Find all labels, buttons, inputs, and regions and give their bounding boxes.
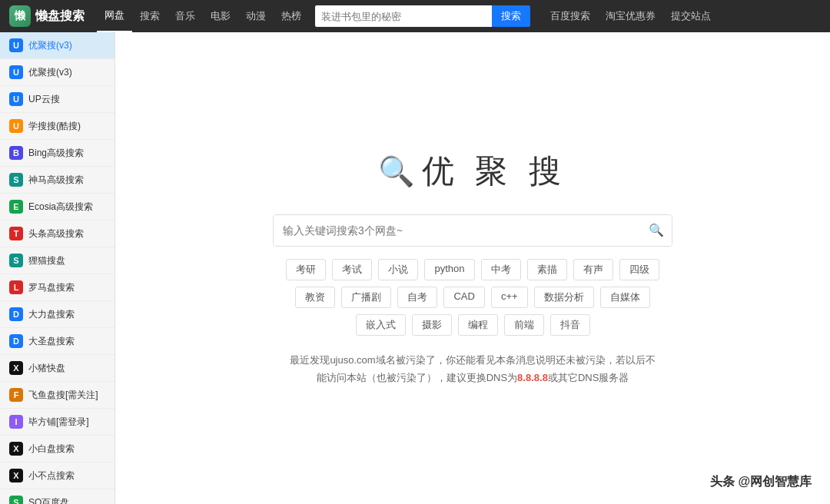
sidebar-item[interactable]: I毕方铺[需登录] <box>0 409 115 436</box>
extra-link[interactable]: 百度搜索 <box>543 0 598 32</box>
search-tag[interactable]: c++ <box>491 287 528 308</box>
nav-link-热榜[interactable]: 热榜 <box>274 0 309 32</box>
engine-logo-icon: 🔍 <box>378 154 414 188</box>
sidebar-badge: U <box>9 65 23 79</box>
top-search-input[interactable] <box>315 5 492 27</box>
engine-name: 优 聚 搜 <box>422 150 567 193</box>
sidebar-badge: S <box>9 496 23 504</box>
sidebar-item-label: Ecosia高级搜索 <box>28 201 93 214</box>
sidebar-item[interactable]: SSO百度盘 <box>0 489 115 504</box>
sidebar-badge: X <box>9 361 23 375</box>
sidebar-item-label: 飞鱼盘搜[需关注] <box>28 389 98 402</box>
sidebar-item[interactable]: D大力盘搜索 <box>0 301 115 328</box>
top-search-bar: 搜索 <box>315 5 530 27</box>
search-tag[interactable]: 有声 <box>573 259 613 280</box>
search-tag[interactable]: CAD <box>443 287 484 308</box>
search-tag[interactable]: 编程 <box>458 314 498 336</box>
sidebar-badge: E <box>9 200 23 214</box>
sidebar-item-label: 小不点搜索 <box>28 469 75 482</box>
logo-area: 懒 懒盘搜索 <box>9 5 85 27</box>
sidebar-item[interactable]: T头条高级搜索 <box>0 220 115 247</box>
search-tag[interactable]: 抖音 <box>550 314 590 336</box>
sidebar-item[interactable]: U优聚搜(v3) <box>0 59 115 86</box>
notice-text: 最近发现ujuso.com域名被污染了，你还能看见本条消息说明还未被污染，若以后… <box>288 351 657 387</box>
sidebar-item-label: 狸猫搜盘 <box>28 254 65 267</box>
search-tag[interactable]: 自考 <box>397 287 437 308</box>
sidebar-badge: T <box>9 227 23 240</box>
search-tag[interactable]: 嵌入式 <box>356 314 406 336</box>
sidebar-item-label: 小白盘搜索 <box>28 443 75 456</box>
sidebar-badge: X <box>9 442 23 456</box>
main-search-input[interactable] <box>274 215 641 246</box>
search-tag[interactable]: 考研 <box>286 259 326 280</box>
sidebar-item[interactable]: S神马高级搜索 <box>0 167 115 194</box>
top-search-button[interactable]: 搜索 <box>492 5 530 27</box>
nav-links: 网盘搜索音乐电影动漫热榜 <box>97 0 309 32</box>
sidebar-item-label: 大力盘搜索 <box>28 308 75 321</box>
search-tag[interactable]: 广播剧 <box>341 287 391 308</box>
sidebar-item[interactable]: S狸猫搜盘 <box>0 247 115 274</box>
sidebar-item-label: 优聚搜(v3) <box>28 66 72 79</box>
sidebar-item[interactable]: U优聚搜(v3) <box>0 32 115 59</box>
extra-links: 百度搜索淘宝优惠券提交站点 <box>543 0 719 32</box>
extra-link[interactable]: 提交站点 <box>663 0 719 32</box>
sidebar-badge: U <box>9 92 23 106</box>
sidebar-badge: D <box>9 334 23 348</box>
sidebar-item[interactable]: UUP云搜 <box>0 86 115 113</box>
sidebar-item-label: 神马高级搜索 <box>28 174 84 187</box>
nav-link-搜索[interactable]: 搜索 <box>132 0 168 32</box>
sidebar-badge: U <box>9 38 23 52</box>
search-tag[interactable]: python <box>424 259 474 280</box>
sidebar-badge: I <box>9 415 23 429</box>
search-tag[interactable]: 摄影 <box>412 314 452 336</box>
main-search-bar: 🔍 <box>273 214 672 247</box>
watermark: 头条 @网创智慧库 <box>710 474 812 490</box>
sidebar-item[interactable]: EEcosia高级搜索 <box>0 194 115 220</box>
sidebar-item-label: 毕方铺[需登录] <box>28 416 89 429</box>
logo-icon: 懒 <box>9 5 31 27</box>
nav-link-网盘[interactable]: 网盘 <box>97 0 132 32</box>
sidebar-item-label: 小猪快盘 <box>28 362 65 375</box>
search-tag[interactable]: 教资 <box>295 287 335 308</box>
search-icon[interactable]: 🔍 <box>641 215 672 246</box>
notice-area: 最近发现ujuso.com域名被污染了，你还能看见本条消息说明还未被污染，若以后… <box>288 351 657 387</box>
sidebar-item[interactable]: X小猪快盘 <box>0 355 115 382</box>
sidebar-item[interactable]: F飞鱼盘搜[需关注] <box>0 382 115 409</box>
sidebar-item-label: UP云搜 <box>28 93 60 106</box>
sidebar: U优聚搜(v3)U优聚搜(v3)UUP云搜U学搜搜(酷搜)BBing高级搜索S神… <box>0 32 115 504</box>
content-area: 🔍 优 聚 搜 🔍 考研考试小说python中考素描有声四级教资广播剧自考CAD… <box>115 32 830 504</box>
main-layout: U优聚搜(v3)U优聚搜(v3)UUP云搜U学搜搜(酷搜)BBing高级搜索S神… <box>0 32 830 504</box>
sidebar-item[interactable]: BBing高级搜索 <box>0 140 115 167</box>
sidebar-badge: U <box>9 119 23 133</box>
sidebar-item-label: 罗马盘搜索 <box>28 281 75 294</box>
search-tag[interactable]: 考试 <box>332 259 372 280</box>
search-tag[interactable]: 四级 <box>619 259 659 280</box>
sidebar-badge: B <box>9 146 23 160</box>
tags-area: 考研考试小说python中考素描有声四级教资广播剧自考CADc++数据分析自媒体… <box>273 259 672 336</box>
sidebar-badge: S <box>9 173 23 187</box>
search-tag[interactable]: 自媒体 <box>600 287 650 308</box>
search-tag[interactable]: 素描 <box>527 259 567 280</box>
sidebar-badge: D <box>9 307 23 321</box>
search-tag[interactable]: 前端 <box>504 314 544 336</box>
sidebar-item-label: Bing高级搜索 <box>28 147 84 160</box>
nav-link-音乐[interactable]: 音乐 <box>168 0 203 32</box>
nav-link-动漫[interactable]: 动漫 <box>238 0 274 32</box>
sidebar-item[interactable]: L罗马盘搜索 <box>0 274 115 301</box>
search-tag[interactable]: 中考 <box>481 259 521 280</box>
sidebar-item-label: 优聚搜(v3) <box>28 39 72 52</box>
search-tag[interactable]: 小说 <box>378 259 418 280</box>
logo-text: 懒盘搜索 <box>35 8 85 25</box>
sidebar-item-label: SO百度盘 <box>28 496 69 505</box>
extra-link[interactable]: 淘宝优惠券 <box>598 0 663 32</box>
search-tag[interactable]: 数据分析 <box>534 287 594 308</box>
sidebar-item[interactable]: X小白盘搜索 <box>0 436 115 463</box>
sidebar-item[interactable]: X小不点搜索 <box>0 463 115 489</box>
sidebar-badge: F <box>9 388 23 402</box>
sidebar-badge: X <box>9 469 23 482</box>
nav-link-电影[interactable]: 电影 <box>203 0 238 32</box>
sidebar-item[interactable]: U学搜搜(酷搜) <box>0 113 115 140</box>
search-engine-area: 🔍 优 聚 搜 🔍 考研考试小说python中考素描有声四级教资广播剧自考CAD… <box>273 150 672 387</box>
sidebar-item[interactable]: D大圣盘搜索 <box>0 328 115 355</box>
sidebar-item-label: 大圣盘搜索 <box>28 335 75 348</box>
